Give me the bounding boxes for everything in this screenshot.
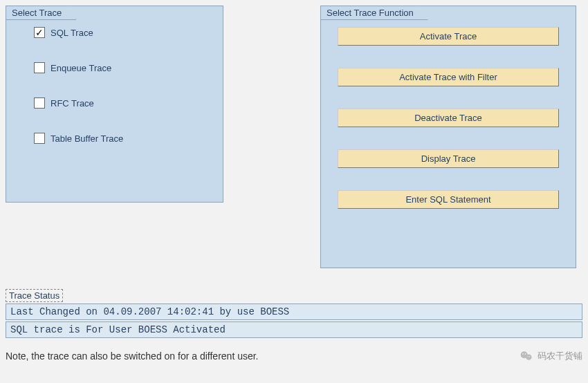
checkbox-label-sql-trace: SQL Trace <box>50 28 93 38</box>
checkbox-rfc-trace[interactable] <box>34 97 45 109</box>
select-trace-title: Select Trace <box>6 6 76 20</box>
checkbox-label-table-buffer-trace: Table Buffer Trace <box>50 133 123 144</box>
trace-status-title: Trace Status <box>6 289 63 302</box>
enter-sql-statement-button[interactable]: Enter SQL Statement <box>338 190 559 209</box>
trace-status-activated: SQL trace is For User BOESS Activated <box>6 321 582 338</box>
checkbox-row-sql-trace: ✓ SQL Trace <box>34 27 209 38</box>
footer-row: Note, the trace can also be switched on … <box>6 349 582 363</box>
display-trace-button[interactable]: Display Trace <box>338 149 559 168</box>
checkbox-row-enqueue-trace: Enqueue Trace <box>34 62 209 73</box>
checkbox-table-buffer-trace[interactable] <box>34 133 45 144</box>
select-function-title: Select Trace Function <box>320 6 428 20</box>
checkbox-sql-trace[interactable]: ✓ <box>34 27 45 38</box>
svg-point-5 <box>529 356 530 357</box>
svg-point-1 <box>526 355 531 360</box>
watermark-text: 码农干货铺 <box>538 350 582 362</box>
svg-point-4 <box>527 356 528 357</box>
deactivate-trace-button[interactable]: Deactivate Trace <box>338 109 559 127</box>
note-text: Note, the trace can also be switched on … <box>6 351 259 362</box>
select-function-panel: Select Trace Function Activate Trace Act… <box>320 6 576 268</box>
wechat-icon <box>520 349 533 363</box>
checkbox-row-rfc-trace: RFC Trace <box>34 97 209 109</box>
checkbox-label-rfc-trace: RFC Trace <box>50 98 94 109</box>
activate-trace-button[interactable]: Activate Trace <box>338 27 559 46</box>
svg-point-3 <box>525 353 526 355</box>
checkbox-row-table-buffer-trace: Table Buffer Trace <box>34 133 209 144</box>
checkbox-enqueue-trace[interactable] <box>34 62 45 73</box>
checkbox-label-enqueue-trace: Enqueue Trace <box>50 63 111 73</box>
trace-status-last-changed: Last Changed on 04.09.2007 14:02:41 by u… <box>6 303 582 320</box>
select-trace-panel: Select Trace ✓ SQL Trace Enqueue Trace R… <box>6 6 223 203</box>
activate-trace-filter-button[interactable]: Activate Trace with Filter <box>338 68 559 86</box>
svg-point-2 <box>522 353 524 355</box>
trace-status-section: Trace Status Last Changed on 04.09.2007 … <box>6 289 582 338</box>
watermark: 码农干货铺 <box>520 349 582 363</box>
